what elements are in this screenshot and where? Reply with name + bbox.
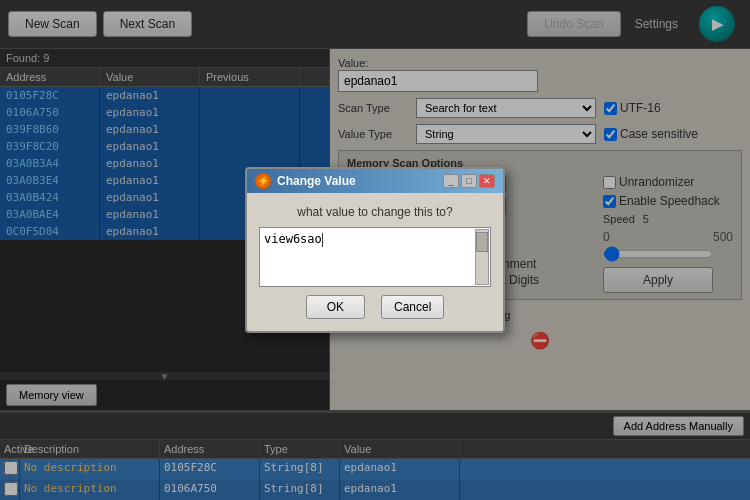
modal-input-value: view6sao [264, 232, 322, 246]
modal-ok-button[interactable]: OK [306, 295, 365, 319]
modal-titlebar: ⚡ Change Value _ □ ✕ [247, 169, 503, 193]
modal-maximize-button[interactable]: □ [461, 174, 477, 188]
change-value-modal: ⚡ Change Value _ □ ✕ what value to chang… [245, 167, 505, 333]
modal-buttons: OK Cancel [259, 295, 491, 319]
modal-title-icon: ⚡ [255, 173, 271, 189]
modal-controls: _ □ ✕ [443, 174, 495, 188]
modal-minimize-button[interactable]: _ [443, 174, 459, 188]
modal-input-area[interactable]: view6sao [259, 227, 491, 287]
modal-close-button[interactable]: ✕ [479, 174, 495, 188]
modal-input-text: view6sao [264, 232, 486, 247]
modal-scrollbar[interactable] [475, 229, 489, 285]
modal-cancel-button[interactable]: Cancel [381, 295, 444, 319]
modal-title: Change Value [277, 174, 356, 188]
modal-title-left: ⚡ Change Value [255, 173, 356, 189]
modal-prompt: what value to change this to? [259, 205, 491, 219]
modal-scroll-thumb [476, 232, 488, 252]
modal-cursor [322, 233, 323, 247]
modal-body: what value to change this to? view6sao O… [247, 193, 503, 331]
modal-overlay: ⚡ Change Value _ □ ✕ what value to chang… [0, 0, 750, 500]
